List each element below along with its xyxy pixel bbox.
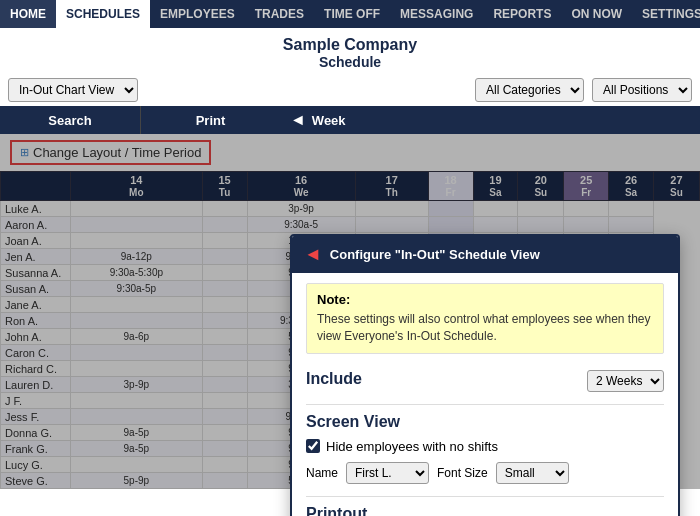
include-label: Include — [306, 370, 362, 388]
include-weeks-select[interactable]: 2 Weeks 1 Week 3 Weeks 4 Weeks — [587, 370, 664, 392]
nav-timeoff[interactable]: TIME OFF — [314, 0, 390, 28]
page-header: Sample Company Schedule — [0, 28, 700, 74]
configure-modal: ◄ Configure "In-Out" Schedule View Note:… — [290, 234, 680, 516]
modal-body: Note: These settings will also control w… — [292, 273, 678, 516]
categories-select[interactable]: All Categories — [475, 78, 584, 102]
modal-arrow-icon: ◄ — [304, 244, 322, 265]
note-title: Note: — [317, 292, 653, 307]
main-area: ⊞ Change Layout / Time Period 14Mo 15Tu … — [0, 134, 700, 489]
nav-home[interactable]: HOME — [0, 0, 56, 28]
nav-trades[interactable]: TRADES — [245, 0, 314, 28]
positions-select[interactable]: All Positions — [592, 78, 692, 102]
search-print-bar: Search Print ◄ Week — [0, 106, 700, 134]
company-name: Sample Company — [0, 36, 700, 54]
note-box: Note: These settings will also control w… — [306, 283, 664, 354]
nav-settings[interactable]: SETTINGS — [632, 0, 700, 28]
screen-font-label: Font Size — [437, 466, 488, 480]
modal-title: Configure "In-Out" Schedule View — [330, 247, 540, 262]
include-section: Include 2 Weeks 1 Week 3 Weeks 4 Weeks — [306, 366, 664, 396]
screen-font-select[interactable]: Small Medium Large — [496, 462, 569, 484]
screen-hide-row: Hide employees with no shifts — [306, 439, 664, 454]
nav-schedules[interactable]: SCHEDULES — [56, 0, 150, 28]
week-label: ◄ Week — [280, 106, 356, 134]
note-text: These settings will also control what em… — [317, 311, 653, 345]
main-nav: HOME SCHEDULES EMPLOYEES TRADES TIME OFF… — [0, 0, 700, 28]
toolbar: In-Out Chart View All Categories All Pos… — [0, 74, 700, 106]
view-select[interactable]: In-Out Chart View — [8, 78, 138, 102]
nav-employees[interactable]: EMPLOYEES — [150, 0, 245, 28]
printout-label: Printout — [306, 505, 664, 516]
print-button[interactable]: Print — [140, 106, 280, 134]
search-button[interactable]: Search — [0, 106, 140, 134]
screen-name-label: Name — [306, 466, 338, 480]
schedule-label: Schedule — [0, 54, 700, 70]
nav-messaging[interactable]: MESSAGING — [390, 0, 483, 28]
screen-hide-label: Hide employees with no shifts — [326, 439, 498, 454]
screen-name-font-row: Name First L. First Last Last, First Fon… — [306, 462, 664, 484]
screen-view-label: Screen View — [306, 413, 664, 431]
modal-header: ◄ Configure "In-Out" Schedule View — [292, 236, 678, 273]
nav-onnow[interactable]: ON NOW — [561, 0, 632, 28]
screen-name-select[interactable]: First L. First Last Last, First — [346, 462, 429, 484]
screen-hide-checkbox[interactable] — [306, 439, 320, 453]
nav-reports[interactable]: REPORTS — [483, 0, 561, 28]
